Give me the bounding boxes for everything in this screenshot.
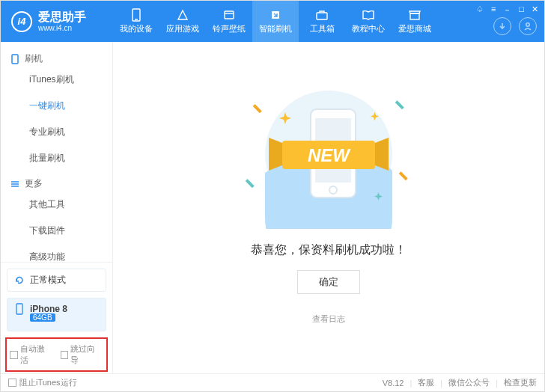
- tab-ringtones[interactable]: 铃声壁纸: [206, 1, 252, 42]
- version-label: V8.12: [383, 379, 404, 388]
- maximize-icon[interactable]: □: [519, 4, 524, 16]
- sidebar-item-download[interactable]: 下载固件: [1, 218, 112, 244]
- sidebar-section-flash: 刷机: [1, 46, 112, 67]
- new-badge-text: NEW: [308, 145, 351, 165]
- skin-icon[interactable]: ♤: [476, 4, 484, 16]
- main-content: NEW ▬ ▬ ▬ ▬ 恭喜您，保资料刷机成功啦！ 确定 查看日志: [113, 42, 544, 373]
- sidebar-item-pro[interactable]: 专业刷机: [1, 119, 112, 145]
- status-bar: 阻止iTunes运行 V8.12 | 客服 | 微信公众号 | 检查更新: [1, 373, 544, 391]
- tab-label: 工具箱: [310, 23, 335, 34]
- success-message: 恭喜您，保资料刷机成功啦！: [251, 242, 407, 258]
- tab-toolbox[interactable]: 工具箱: [299, 1, 345, 42]
- wechat-link[interactable]: 微信公众号: [448, 377, 490, 388]
- device-phone-icon: [13, 303, 25, 315]
- mode-label: 正常模式: [30, 274, 66, 287]
- device-name: iPhone 8: [30, 304, 67, 314]
- tab-label: 爱思商城: [398, 23, 431, 34]
- music-icon: [222, 9, 236, 21]
- tab-my-device[interactable]: 我的设备: [113, 1, 159, 42]
- checkbox-icon: [10, 351, 18, 359]
- tab-label: 教程中心: [352, 23, 385, 34]
- app-subtitle: www.i4.cn: [38, 24, 86, 32]
- sidebar-section-more: 更多: [1, 171, 112, 192]
- ok-button[interactable]: 确定: [297, 270, 360, 294]
- app-header: i4 爱思助手 www.i4.cn 我的设备 应用游戏 铃声壁纸 智能刷机 工具…: [1, 1, 544, 42]
- mode-normal[interactable]: 正常模式: [7, 269, 106, 292]
- sidebar-item-other[interactable]: 其他工具: [1, 192, 112, 218]
- user-icon[interactable]: [519, 17, 537, 35]
- service-link[interactable]: 客服: [418, 377, 434, 388]
- tab-apps[interactable]: 应用游戏: [159, 1, 206, 42]
- toolbox-icon: [315, 9, 329, 21]
- success-illustration: NEW ▬ ▬ ▬ ▬: [246, 79, 411, 229]
- check-auto-activate[interactable]: 自动激活: [10, 343, 53, 366]
- tab-label: 我的设备: [120, 23, 153, 34]
- activation-options-box: 自动激活 跳过向导: [5, 337, 108, 372]
- check-skip-wizard[interactable]: 跳过向导: [61, 343, 104, 366]
- minimize-icon[interactable]: －: [503, 4, 511, 16]
- tab-tutorials[interactable]: 教程中心: [345, 1, 392, 42]
- svg-rect-6: [410, 13, 419, 19]
- apps-icon: [176, 9, 189, 21]
- flash-icon: [269, 9, 282, 21]
- refresh-icon: [13, 275, 25, 287]
- device-capacity-badge: 64GB: [30, 313, 55, 322]
- book-icon: [362, 9, 375, 21]
- tab-label: 应用游戏: [166, 23, 199, 34]
- tab-label: 铃声壁纸: [213, 23, 246, 34]
- svg-rect-12: [16, 304, 22, 314]
- download-icon[interactable]: [493, 17, 511, 35]
- checkbox-icon: [8, 379, 16, 387]
- sidebar-item-batch[interactable]: 批量刷机: [1, 145, 112, 171]
- store-icon: [408, 9, 421, 21]
- main-tabs: 我的设备 应用游戏 铃声壁纸 智能刷机 工具箱 教程中心 爱思商城: [113, 1, 438, 42]
- phone-small-icon: [10, 54, 20, 64]
- close-icon[interactable]: ✕: [532, 4, 538, 16]
- sidebar-item-oneclick[interactable]: 一键刷机: [1, 93, 112, 119]
- svg-point-7: [526, 23, 529, 26]
- tab-label: 智能刷机: [259, 23, 292, 34]
- tab-flash[interactable]: 智能刷机: [252, 1, 299, 42]
- logo-area: i4 爱思助手 www.i4.cn: [1, 10, 113, 32]
- menu-icon[interactable]: ≡: [491, 4, 496, 16]
- checkbox-icon: [61, 351, 69, 359]
- sidebar: 刷机 iTunes刷机 一键刷机 专业刷机 批量刷机 更多 其他工具 下载固件 …: [1, 42, 113, 373]
- sidebar-item-advanced[interactable]: 高级功能: [1, 244, 112, 262]
- svg-rect-2: [225, 11, 234, 19]
- app-logo-icon: i4: [11, 11, 32, 32]
- svg-rect-5: [317, 13, 327, 19]
- svg-rect-8: [12, 55, 18, 64]
- list-icon: [10, 179, 20, 189]
- tab-store[interactable]: 爱思商城: [392, 1, 438, 42]
- block-itunes-check[interactable]: 阻止iTunes运行: [8, 377, 77, 388]
- check-update-link[interactable]: 检查更新: [504, 377, 537, 388]
- sidebar-item-itunes[interactable]: iTunes刷机: [1, 67, 112, 93]
- phone-icon: [130, 9, 143, 21]
- view-log-link[interactable]: 查看日志: [312, 313, 345, 325]
- app-title: 爱思助手: [38, 10, 86, 24]
- device-box[interactable]: iPhone 8 64GB: [7, 298, 106, 331]
- window-controls: ♤ ≡ － □ ✕: [476, 4, 538, 16]
